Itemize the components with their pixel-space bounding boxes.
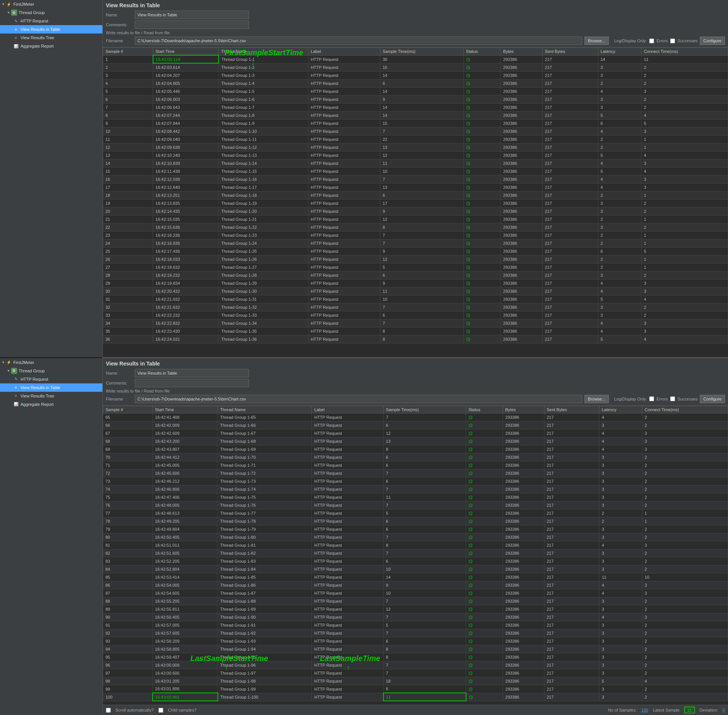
- sidebar-item-viewresultstable-bot[interactable]: ≡ View Results in Table: [0, 383, 102, 392]
- sidebar-item-aggregatereport-top[interactable]: 📊 Aggregate Report: [0, 42, 102, 50]
- scroll-auto-checkbox[interactable]: [106, 708, 111, 713]
- table-row: 7216:42:45.606Thread Group 1-72HTTP Requ…: [103, 469, 728, 477]
- col-header-starttime-b: Start Time: [153, 406, 218, 413]
- sidebar-item-httprequest-bot[interactable]: ✎ HTTP Request: [0, 375, 102, 383]
- browse-button-bot[interactable]: Browse...: [584, 395, 609, 403]
- table-row: 2116:42:15.035Thread Group 1-21HTTP Requ…: [103, 215, 728, 223]
- table-row: 9016:42:56.405Thread Group 1-90HTTP Requ…: [103, 613, 728, 621]
- sidebar-item-threadgroup-top[interactable]: ▼ ⚙ Thread Group: [0, 8, 102, 17]
- sidebar-label-b: FirstJMeter: [13, 360, 34, 365]
- comments-input-top[interactable]: [135, 21, 249, 29]
- sidebar-label: Thread Group: [19, 10, 45, 15]
- errors-label-bot: Errors: [656, 397, 668, 401]
- col-header-status: Status: [463, 48, 501, 56]
- table-row: 2816:42:19.232Thread Group 1-28HTTP Requ…: [103, 271, 728, 279]
- name-input-bot[interactable]: [135, 369, 249, 377]
- table-row: 10016:43:02.401Thread Group 1-100HTTP Re…: [103, 693, 728, 701]
- top-panel-header: View Results in Table Name: Comments: Wr…: [103, 0, 728, 48]
- sidebar-item-viewresultstree-bot[interactable]: ≡ View Results Tree: [0, 392, 102, 400]
- sidebar-label: HTTP Request: [21, 377, 48, 381]
- col-header-label-b: Label: [312, 406, 383, 413]
- col-header-sampletime-b: Sample Time(ms): [383, 406, 466, 413]
- table-row: 8916:42:55.811Thread Group 1-89HTTP Requ…: [103, 605, 728, 613]
- filename-input-top[interactable]: [135, 37, 582, 45]
- threadgroup-icon: ⚙: [11, 10, 17, 16]
- sidebar-item-firstjmeter-top[interactable]: ▼ ⚡ FirstJMeter: [0, 0, 102, 8]
- filename-input-bot[interactable]: [135, 395, 582, 403]
- table-row: 3216:42:21.632Thread Group 1-32HTTP Requ…: [103, 303, 728, 311]
- col-header-label: Label: [308, 48, 380, 56]
- table-icon-b: ≡: [13, 385, 19, 391]
- table-row: 9416:42:58.805Thread Group 1-94HTTP Requ…: [103, 645, 728, 653]
- comments-label-top: Comments:: [106, 22, 133, 27]
- table-row: 3416:42:22.832Thread Group 1-34HTTP Requ…: [103, 319, 728, 327]
- col-header-sample: Sample #: [103, 48, 153, 56]
- table-row: 8416:42:52.804Thread Group 1-84HTTP Requ…: [103, 565, 728, 573]
- successes-checkbox-top[interactable]: [670, 38, 675, 43]
- table-row: 2316:42:16.236Thread Group 1-23HTTP Requ…: [103, 231, 728, 239]
- app-icon-b: ⚡: [6, 359, 12, 365]
- col-header-bytes-b: Bytes: [503, 406, 544, 413]
- top-panel-table-area: FirstSampleStartTime ↓ Sample # Start Ti…: [103, 48, 728, 357]
- table-row: 7416:42:46.806Thread Group 1-74HTTP Requ…: [103, 485, 728, 493]
- sidebar-label: HTTP Request: [21, 19, 48, 23]
- configure-button-top[interactable]: Configure: [700, 37, 725, 45]
- name-input-top[interactable]: [135, 11, 249, 19]
- sidebar-item-firstjmeter-bot[interactable]: ▼ ⚡ FirstJMeter: [0, 358, 102, 367]
- report-icon: 📊: [13, 43, 19, 49]
- table-row: 1016:42:08.442Thread Group 1-10HTTP Requ…: [103, 127, 728, 135]
- sidebar-item-httprequest-top[interactable]: ✎ HTTP Request: [0, 17, 102, 25]
- table-row: 6616:42:42.009Thread Group 1-66HTTP Requ…: [103, 421, 728, 429]
- table-row: 2916:42:19.834Thread Group 1-29HTTP Requ…: [103, 279, 728, 287]
- table-row: 1716:42:12.640Thread Group 1-17HTTP Requ…: [103, 183, 728, 191]
- table-row: 7716:42:48.613Thread Group 1-77HTTP Requ…: [103, 509, 728, 517]
- arrow-icon3: ▼: [7, 369, 10, 373]
- sidebar-item-viewresultstable-top[interactable]: ≡ View Results in Table: [0, 25, 102, 34]
- browse-button-top[interactable]: Browse...: [584, 37, 609, 45]
- sidebar-label: View Results Tree: [21, 394, 54, 398]
- name-label-top: Name:: [106, 13, 133, 17]
- table-row: 3016:42:20.432Thread Group 1-30HTTP Requ…: [103, 287, 728, 295]
- table-row: 6516:42:41.408Thread Group 1-65HTTP Requ…: [103, 413, 728, 421]
- sidebar-top-section: ▼ ⚡ FirstJMeter ▼ ⚙ Thread Group ✎ HTTP …: [0, 0, 102, 358]
- table-row: 7316:42:46.212Thread Group 1-73HTTP Requ…: [103, 477, 728, 485]
- table-row: 1216:42:09.638Thread Group 1-12HTTP Requ…: [103, 143, 728, 151]
- table-row: 9316:42:58.209Thread Group 1-93HTTP Requ…: [103, 637, 728, 645]
- bottom-panel: View Results in Table Name: Comments: Wr…: [103, 358, 728, 715]
- deviation-value: 0: [723, 708, 725, 712]
- col-header-starttime: Start Time: [153, 48, 219, 56]
- col-header-sample-b: Sample #: [103, 406, 153, 413]
- configure-button-bot[interactable]: Configure: [700, 395, 725, 403]
- table-row: 1616:42:12.038Thread Group 1-16HTTP Requ…: [103, 175, 728, 183]
- col-header-latency: Latency: [598, 48, 642, 56]
- httprequest-icon: ✎: [13, 18, 19, 24]
- log-display-label-top: Log/Display Only:: [614, 38, 647, 43]
- sidebar-item-viewresultstree-top[interactable]: ≡ View Results Tree: [0, 34, 102, 42]
- table-row: 8516:42:53.414Thread Group 1-85HTTP Requ…: [103, 573, 728, 581]
- successes-checkbox-bot[interactable]: [670, 396, 675, 401]
- sidebar-label: Thread Group: [19, 369, 45, 373]
- table-row: 7116:42:45.005Thread Group 1-71HTTP Requ…: [103, 461, 728, 469]
- table-row: 9516:42:59.407Thread Group 1-95HTTP Requ…: [103, 653, 728, 661]
- table-row: 1516:42:11.438Thread Group 1-15HTTP Requ…: [103, 167, 728, 175]
- table-row: 9216:42:57.605Thread Group 1-92HTTP Requ…: [103, 629, 728, 637]
- comments-input-bot[interactable]: [135, 379, 249, 387]
- errors-checkbox-bot[interactable]: [649, 396, 654, 401]
- name-label-bot: Name:: [106, 371, 133, 375]
- child-samples-checkbox[interactable]: [158, 708, 163, 713]
- arrow-icon: ▼: [2, 2, 5, 6]
- errors-checkbox-top[interactable]: [649, 38, 654, 43]
- tree-icon-b: ≡: [13, 393, 19, 399]
- col-header-sentbytes: Sent Bytes: [543, 48, 598, 56]
- table-row: 7016:42:44.412Thread Group 1-70HTTP Requ…: [103, 453, 728, 461]
- table-row: 116:42:03.114Thread Group 1-1HTTP Reques…: [103, 55, 728, 63]
- threadgroup-icon-b: ⚙: [11, 368, 17, 374]
- sidebar-item-threadgroup-bot[interactable]: ▼ ⚙ Thread Group: [0, 367, 102, 375]
- table-row: 9716:43:00.606Thread Group 1-97HTTP Requ…: [103, 669, 728, 677]
- sidebar-item-aggregatereport-bot[interactable]: 📊 Aggregate Report: [0, 400, 102, 409]
- table-row: 1316:42:10.240Thread Group 1-13HTTP Requ…: [103, 151, 728, 159]
- table-icon: ≡: [13, 26, 19, 32]
- scroll-auto-label: Scroll automatically?: [115, 708, 154, 712]
- results-table-bot: Sample # Start Time Thread Name Label Sa…: [103, 406, 728, 702]
- table-row: 8816:42:55.205Thread Group 1-88HTTP Requ…: [103, 597, 728, 605]
